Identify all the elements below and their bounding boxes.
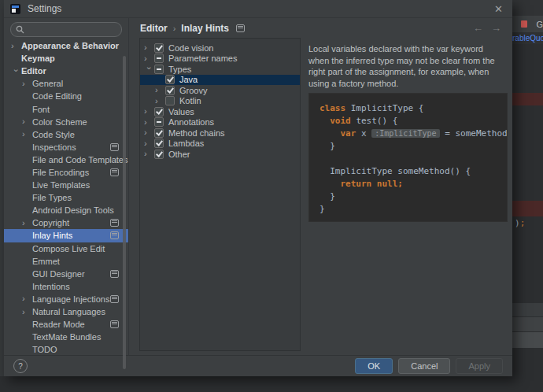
sidebar-item[interactable]: › Color Scheme	[4, 116, 128, 128]
sidebar-item[interactable]: Inspections	[4, 141, 128, 153]
sidebar-item[interactable]: Android Design Tools	[4, 204, 128, 216]
chevron-icon[interactable]: ›	[144, 43, 154, 52]
chevron-icon[interactable]: ›	[12, 65, 20, 76]
sidebar-item[interactable]: › General	[4, 77, 128, 90]
inlay-hints-content: › Code vision › Parameter names › Types	[129, 38, 512, 355]
checkbox[interactable]	[154, 43, 164, 53]
checkbox[interactable]	[154, 150, 164, 159]
checkbox[interactable]	[165, 86, 175, 95]
chevron-icon[interactable]: ›	[22, 219, 32, 227]
sidebar-item[interactable]: File Encodings	[4, 166, 128, 179]
settings-dialog: Settings ✕ › Appearance & Behavior	[4, 0, 512, 376]
sidebar-item[interactable]: Intentions	[4, 280, 128, 293]
sidebar-item-label: Inlay Hints	[32, 231, 72, 240]
sidebar-item[interactable]: › Natural Languages	[4, 305, 128, 318]
ide-bottom-edge	[0, 376, 543, 392]
sidebar-item[interactable]: › Editor	[4, 65, 128, 77]
sidebar-item[interactable]: File Types	[4, 191, 128, 204]
code-line: class ImplicitType {	[320, 102, 497, 115]
checkbox[interactable]	[154, 65, 164, 74]
sidebar-item[interactable]: › Appearance & Behavior	[4, 39, 128, 52]
close-icon[interactable]: ✕	[491, 3, 506, 15]
chevron-icon[interactable]: ›	[155, 86, 165, 94]
sidebar-item[interactable]: › Language Injections	[4, 293, 128, 305]
sidebar-item[interactable]: › Code Style	[4, 128, 128, 141]
tree-item-label: Lambdas	[168, 139, 204, 148]
inlay-tree-item[interactable]: › Kotlin	[140, 96, 300, 107]
sidebar-item[interactable]: TextMate Bundles	[4, 331, 128, 343]
checkbox[interactable]	[154, 54, 164, 63]
breadcrumb-section[interactable]: Editor	[140, 23, 168, 34]
chevron-icon[interactable]: ›	[22, 80, 32, 88]
sidebar-item[interactable]: Live Templates	[4, 179, 128, 191]
chevron-icon[interactable]: ›	[144, 150, 154, 158]
sidebar-item[interactable]: File and Code Templates	[4, 153, 128, 166]
code-line: }	[320, 140, 497, 153]
sidebar-item[interactable]: › Copyright	[4, 216, 128, 229]
sidebar-item[interactable]: Keymap	[4, 52, 128, 65]
code-line: }	[320, 203, 497, 216]
inlay-tree-item[interactable]: › Annotations	[140, 117, 300, 128]
inlay-tree-item[interactable]: › Lambdas	[140, 139, 300, 150]
code-fragment-semicolon: ;	[520, 218, 526, 228]
chevron-icon[interactable]: ›	[144, 128, 154, 137]
sidebar-item[interactable]: Reader Mode	[4, 318, 128, 331]
tree-item-label: Java	[179, 75, 198, 84]
inlay-tree-item[interactable]: Java	[140, 75, 300, 86]
forward-arrow-icon[interactable]: →	[491, 22, 501, 34]
chevron-icon[interactable]: ›	[144, 107, 154, 116]
back-arrow-icon[interactable]: ←	[473, 22, 483, 34]
checkbox[interactable]	[165, 75, 175, 84]
sidebar-item-label: Natural Languages	[32, 307, 105, 316]
ide-right-edge-top	[512, 0, 543, 16]
tool-window-row	[512, 317, 543, 331]
configurables-icon	[110, 168, 119, 176]
sidebar-item-label: Inspections	[32, 142, 76, 152]
sidebar-item[interactable]: Font	[4, 102, 128, 115]
checkbox[interactable]	[154, 128, 164, 138]
inlay-tree-item[interactable]: › Method chains	[140, 128, 300, 139]
chevron-icon[interactable]: ›	[22, 117, 32, 126]
sidebar-item[interactable]: Emmet	[4, 255, 128, 268]
sidebar-item-label: Reader Mode	[32, 320, 85, 329]
chevron-icon[interactable]: ›	[22, 130, 32, 139]
chevron-icon[interactable]: ›	[144, 139, 154, 148]
inlay-tree-item[interactable]: › Parameter names	[140, 54, 300, 65]
inlay-tree-item[interactable]: › Other	[140, 149, 300, 160]
code-token-plain: ImplicitType {	[351, 103, 424, 113]
ok-button[interactable]: OK	[355, 358, 393, 374]
sidebar-item[interactable]: Code Editing	[4, 90, 128, 102]
tool-window-row	[512, 303, 543, 316]
sidebar-item[interactable]: Compose Live Edit	[4, 242, 128, 255]
chevron-icon[interactable]: ›	[22, 294, 32, 303]
code-token-plain: x	[361, 128, 371, 139]
sidebar-item[interactable]: TODO	[4, 343, 128, 356]
inlay-tree-item[interactable]: › Values	[140, 106, 300, 117]
sidebar-item-label: TextMate Bundles	[32, 332, 101, 342]
inlay-tree-item[interactable]: › Types	[140, 64, 300, 75]
apply-button[interactable]: Apply	[456, 358, 503, 374]
checkbox[interactable]	[154, 139, 164, 148]
checkbox[interactable]	[165, 96, 175, 105]
checkbox[interactable]	[154, 107, 164, 116]
configurables-icon	[110, 295, 119, 303]
tree-item-label: Parameter names	[168, 54, 237, 63]
chevron-icon[interactable]: ›	[144, 118, 154, 127]
tree-item-label: Types	[168, 65, 191, 74]
cancel-button[interactable]: Cancel	[398, 358, 450, 374]
chevron-icon[interactable]: ›	[22, 308, 32, 316]
chevron-icon[interactable]: ›	[145, 63, 153, 73]
chevron-icon[interactable]: ›	[11, 42, 21, 50]
search-input[interactable]	[28, 24, 116, 35]
help-button[interactable]: ?	[13, 359, 28, 373]
sidebar-scrollbar[interactable]	[123, 56, 126, 369]
chevron-icon[interactable]: ›	[144, 54, 154, 63]
checkbox[interactable]	[154, 117, 164, 127]
sidebar-item[interactable]: Inlay Hints	[4, 229, 128, 242]
sidebar-item[interactable]: GUI Designer	[4, 268, 128, 280]
chevron-icon[interactable]: ›	[155, 97, 165, 105]
inlay-tree-item[interactable]: › Groovy	[140, 85, 300, 96]
tree-item-label: Code vision	[168, 43, 213, 53]
search-box[interactable]	[10, 22, 122, 37]
inlay-tree-item[interactable]: › Code vision	[140, 43, 300, 54]
